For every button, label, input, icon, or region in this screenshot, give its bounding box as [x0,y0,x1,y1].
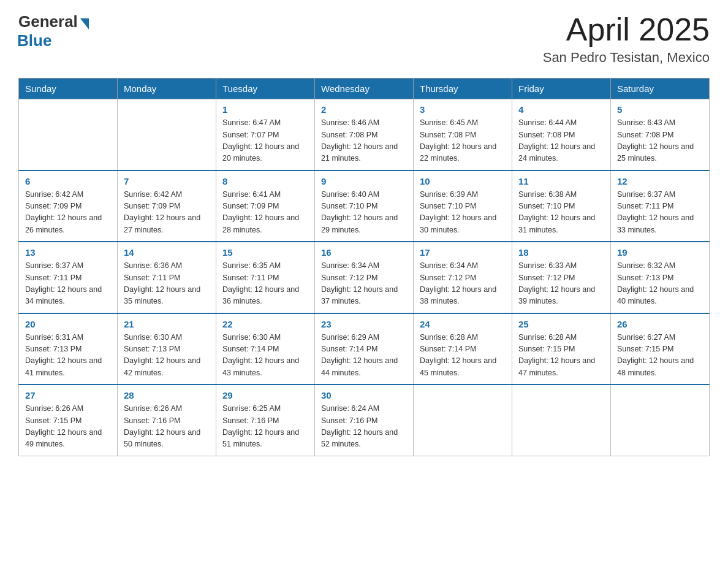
page-header: General Blue April 2025 San Pedro Tesist… [18,12,710,66]
calendar-day-22: 22Sunrise: 6:30 AMSunset: 7:14 PMDayligh… [216,313,315,385]
calendar-week-row: 27Sunrise: 6:26 AMSunset: 7:15 PMDayligh… [19,385,710,456]
calendar-empty-cell [414,385,512,456]
calendar-day-19: 19Sunrise: 6:32 AMSunset: 7:13 PMDayligh… [611,242,710,313]
day-number: 5 [617,104,703,115]
calendar-day-20: 20Sunrise: 6:31 AMSunset: 7:13 PMDayligh… [19,313,118,385]
day-info: Sunrise: 6:40 AMSunset: 7:10 PMDaylight:… [321,189,407,237]
calendar-day-1: 1Sunrise: 6:47 AMSunset: 7:07 PMDaylight… [216,99,315,170]
weekday-header-thursday: Thursday [414,79,512,99]
calendar-day-2: 2Sunrise: 6:46 AMSunset: 7:08 PMDaylight… [315,99,414,170]
day-number: 3 [420,104,506,115]
calendar-day-10: 10Sunrise: 6:39 AMSunset: 7:10 PMDayligh… [414,170,512,242]
day-number: 22 [222,319,308,329]
day-info: Sunrise: 6:36 AMSunset: 7:11 PMDaylight:… [124,260,210,308]
calendar-week-row: 6Sunrise: 6:42 AMSunset: 7:09 PMDaylight… [19,170,710,242]
day-info: Sunrise: 6:34 AMSunset: 7:12 PMDaylight:… [420,260,506,308]
calendar-empty-cell [19,99,118,170]
day-number: 6 [25,176,111,186]
calendar-week-row: 13Sunrise: 6:37 AMSunset: 7:11 PMDayligh… [19,242,710,313]
day-number: 21 [124,319,210,329]
calendar-day-28: 28Sunrise: 6:26 AMSunset: 7:16 PMDayligh… [118,385,216,456]
calendar-day-5: 5Sunrise: 6:43 AMSunset: 7:08 PMDaylight… [611,99,710,170]
calendar-day-26: 26Sunrise: 6:27 AMSunset: 7:15 PMDayligh… [611,313,710,385]
calendar-day-4: 4Sunrise: 6:44 AMSunset: 7:08 PMDaylight… [512,99,611,170]
calendar-empty-cell [611,385,710,456]
day-number: 25 [518,319,604,329]
day-info: Sunrise: 6:42 AMSunset: 7:09 PMDaylight:… [124,189,210,237]
calendar-day-21: 21Sunrise: 6:30 AMSunset: 7:13 PMDayligh… [118,313,216,385]
calendar-day-14: 14Sunrise: 6:36 AMSunset: 7:11 PMDayligh… [118,242,216,313]
day-info: Sunrise: 6:28 AMSunset: 7:15 PMDaylight:… [518,332,604,380]
day-info: Sunrise: 6:24 AMSunset: 7:16 PMDaylight:… [321,403,407,451]
logo-text-blue: Blue [17,31,51,50]
day-number: 10 [420,176,506,186]
calendar-day-29: 29Sunrise: 6:25 AMSunset: 7:16 PMDayligh… [216,385,315,456]
day-number: 28 [124,390,210,400]
day-info: Sunrise: 6:26 AMSunset: 7:15 PMDaylight:… [25,403,111,451]
weekday-header-sunday: Sunday [19,79,118,99]
calendar-day-11: 11Sunrise: 6:38 AMSunset: 7:10 PMDayligh… [512,170,611,242]
day-number: 24 [420,319,506,329]
calendar-empty-cell [512,385,611,456]
day-info: Sunrise: 6:45 AMSunset: 7:08 PMDaylight:… [420,117,506,165]
day-number: 16 [321,247,407,258]
day-info: Sunrise: 6:30 AMSunset: 7:14 PMDaylight:… [222,332,308,380]
day-info: Sunrise: 6:27 AMSunset: 7:15 PMDaylight:… [617,332,703,380]
weekday-header-tuesday: Tuesday [216,79,315,99]
weekday-header-saturday: Saturday [611,79,710,99]
calendar-day-15: 15Sunrise: 6:35 AMSunset: 7:11 PMDayligh… [216,242,315,313]
calendar-day-12: 12Sunrise: 6:37 AMSunset: 7:11 PMDayligh… [611,170,710,242]
day-number: 8 [222,176,308,186]
calendar-day-16: 16Sunrise: 6:34 AMSunset: 7:12 PMDayligh… [315,242,414,313]
logo-text-general: General [18,12,78,31]
calendar-day-17: 17Sunrise: 6:34 AMSunset: 7:12 PMDayligh… [414,242,512,313]
calendar-week-row: 1Sunrise: 6:47 AMSunset: 7:07 PMDaylight… [19,99,710,170]
day-number: 12 [617,176,703,186]
day-info: Sunrise: 6:30 AMSunset: 7:13 PMDaylight:… [124,332,210,380]
day-number: 2 [321,104,407,115]
title-block: April 2025 San Pedro Tesistan, Mexico [543,12,710,66]
calendar-day-7: 7Sunrise: 6:42 AMSunset: 7:09 PMDaylight… [118,170,216,242]
day-number: 18 [518,247,604,258]
day-number: 1 [222,104,308,115]
calendar-subtitle: San Pedro Tesistan, Mexico [543,50,710,66]
weekday-header-wednesday: Wednesday [315,79,414,99]
calendar-table: SundayMondayTuesdayWednesdayThursdayFrid… [18,78,710,456]
calendar-day-8: 8Sunrise: 6:41 AMSunset: 7:09 PMDaylight… [216,170,315,242]
day-info: Sunrise: 6:37 AMSunset: 7:11 PMDaylight:… [25,260,111,308]
day-info: Sunrise: 6:44 AMSunset: 7:08 PMDaylight:… [518,117,604,165]
day-info: Sunrise: 6:29 AMSunset: 7:14 PMDaylight:… [321,332,407,380]
logo-arrow-icon [80,18,89,29]
day-info: Sunrise: 6:33 AMSunset: 7:12 PMDaylight:… [518,260,604,308]
weekday-header-friday: Friday [512,79,611,99]
day-info: Sunrise: 6:37 AMSunset: 7:11 PMDaylight:… [617,189,703,237]
day-info: Sunrise: 6:25 AMSunset: 7:16 PMDaylight:… [222,403,308,451]
day-number: 7 [124,176,210,186]
day-info: Sunrise: 6:43 AMSunset: 7:08 PMDaylight:… [617,117,703,165]
calendar-day-3: 3Sunrise: 6:45 AMSunset: 7:08 PMDaylight… [414,99,512,170]
calendar-day-6: 6Sunrise: 6:42 AMSunset: 7:09 PMDaylight… [19,170,118,242]
day-number: 26 [617,319,703,329]
day-info: Sunrise: 6:34 AMSunset: 7:12 PMDaylight:… [321,260,407,308]
day-info: Sunrise: 6:47 AMSunset: 7:07 PMDaylight:… [222,117,308,165]
day-info: Sunrise: 6:39 AMSunset: 7:10 PMDaylight:… [420,189,506,237]
day-number: 13 [25,247,111,258]
day-number: 19 [617,247,703,258]
calendar-day-30: 30Sunrise: 6:24 AMSunset: 7:16 PMDayligh… [315,385,414,456]
calendar-day-25: 25Sunrise: 6:28 AMSunset: 7:15 PMDayligh… [512,313,611,385]
day-number: 23 [321,319,407,329]
day-info: Sunrise: 6:31 AMSunset: 7:13 PMDaylight:… [25,332,111,380]
day-number: 11 [518,176,604,186]
calendar-day-23: 23Sunrise: 6:29 AMSunset: 7:14 PMDayligh… [315,313,414,385]
calendar-week-row: 20Sunrise: 6:31 AMSunset: 7:13 PMDayligh… [19,313,710,385]
day-number: 14 [124,247,210,258]
day-info: Sunrise: 6:38 AMSunset: 7:10 PMDaylight:… [518,189,604,237]
day-number: 29 [222,390,308,400]
day-info: Sunrise: 6:41 AMSunset: 7:09 PMDaylight:… [222,189,308,237]
day-number: 15 [222,247,308,258]
logo: General Blue [18,12,89,50]
calendar-day-27: 27Sunrise: 6:26 AMSunset: 7:15 PMDayligh… [19,385,118,456]
day-info: Sunrise: 6:28 AMSunset: 7:14 PMDaylight:… [420,332,506,380]
calendar-empty-cell [118,99,216,170]
day-number: 20 [25,319,111,329]
